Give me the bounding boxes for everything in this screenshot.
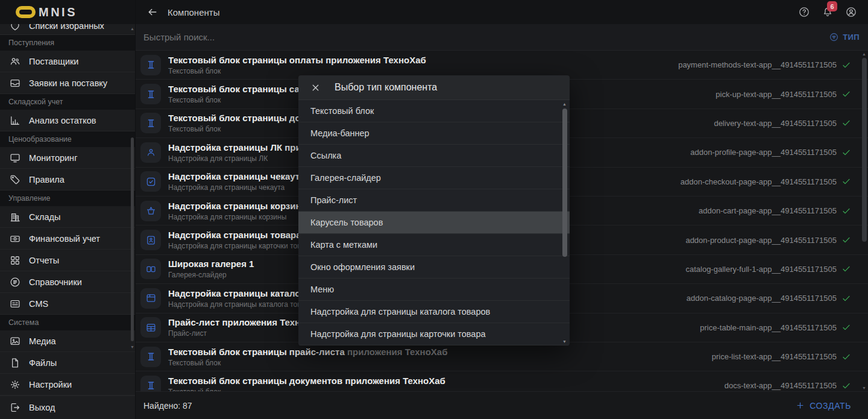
tag-icon (9, 174, 21, 186)
list-scrollbar-thumb[interactable] (862, 58, 867, 242)
modal-scrollbar-thumb[interactable] (562, 109, 567, 257)
component-row-meta: addon-checkout-page-app__4914551171505 (681, 177, 851, 186)
sidebar-item-label: Медиа (29, 336, 56, 346)
money-icon (9, 233, 21, 245)
modal-option[interactable]: Карусель товаров (298, 212, 570, 234)
sidebar-item-label: Правила (29, 175, 64, 184)
sidebar-item[interactable]: Финансовый учет (0, 228, 135, 250)
sidebar-item[interactable]: Отчеты (0, 250, 135, 271)
sidebar-item-label: Мониторинг (29, 153, 77, 163)
chart-icon (9, 115, 21, 127)
check-icon (841, 323, 851, 332)
close-icon[interactable] (310, 83, 321, 93)
check-icon (841, 177, 851, 186)
heart-icon (9, 24, 21, 32)
sidebar-item[interactable]: CMS (0, 293, 135, 315)
sidebar-item[interactable]: Мониторинг (0, 147, 135, 169)
modal-option[interactable]: Надстройка для страницы карточки товара (298, 323, 570, 345)
create-button-label: СОЗДАТЬ (810, 401, 851, 411)
component-row-meta: docs-text-app__4914551171505 (725, 381, 851, 391)
modal-option[interactable]: Прайс-лист (298, 189, 570, 212)
page-title: Компоненты (168, 7, 219, 17)
modal-option[interactable]: Текстовый блок (298, 100, 570, 122)
modal-scroll-down-icon[interactable]: ▼ (562, 339, 567, 344)
back-button[interactable] (146, 6, 159, 18)
component-row-icon-box (140, 376, 161, 391)
list-scroll-up-icon[interactable]: ▲ (862, 52, 866, 56)
cms-icon (9, 298, 21, 310)
sidebar-item[interactable]: Анализ остатков (0, 110, 135, 131)
component-row-code: addon-cart-page-app__4914551171505 (699, 206, 837, 215)
text-icon (145, 380, 157, 391)
sidebar-scroll-up-icon[interactable]: ▲ (130, 27, 134, 31)
sidebar-item[interactable]: Файлы (0, 352, 135, 374)
sidebar-item-label: Поставщики (29, 57, 78, 66)
check-icon (841, 206, 851, 216)
topbar: Компоненты 6 (136, 0, 868, 24)
app-root: MNIS Списки избранных ПоступленияПоставщ… (0, 0, 868, 419)
sidebar-item[interactable]: Заявки на поставку (0, 72, 135, 94)
component-row-code: price-list-text-app__4914551171505 (712, 352, 837, 361)
type-filter-button[interactable]: ТИП (829, 32, 860, 42)
component-row-icon-box (140, 171, 161, 192)
sidebar-item[interactable]: Правила (0, 169, 135, 191)
component-row-title: Текстовый блок страницы оплаты приложени… (168, 55, 671, 65)
sidebar-item-logout[interactable]: Выход (0, 395, 135, 419)
component-row-text: Текстовый блок страницы прайс-листа прил… (168, 347, 705, 367)
check-icon (841, 264, 851, 274)
modal-scroll-up-icon[interactable]: ▲ (562, 102, 567, 106)
sidebar-item[interactable]: Поставщики (0, 51, 135, 72)
table-icon (145, 322, 157, 333)
check-icon (841, 60, 851, 70)
logout-icon (9, 402, 21, 414)
component-row-meta: addon-product-page-app__4914551171505 (685, 235, 851, 245)
sidebar-scrollbar-thumb[interactable] (131, 137, 134, 341)
component-row-icon-box (140, 84, 161, 104)
users-icon (9, 55, 21, 68)
modal-option[interactable]: Галерея-слайдер (298, 167, 570, 189)
account-icon[interactable] (845, 6, 857, 18)
sidebar-scroll-down-icon[interactable]: ▼ (130, 345, 134, 349)
modal-option[interactable]: Меню (298, 279, 570, 301)
modal-option[interactable]: Надстройка для страницы каталога товаров (298, 301, 570, 323)
component-row-meta: price-list-text-app__4914551171505 (712, 352, 851, 362)
filter-icon (829, 32, 839, 42)
sidebar-item[interactable]: Медиа (0, 330, 135, 352)
sidebar-item[interactable]: Справочники (0, 271, 135, 293)
component-row-text: Текстовый блок страницы документов прило… (168, 376, 717, 391)
sidebar-item-favorites[interactable]: Списки избранных (0, 24, 135, 35)
footer-bar: Найдено: 87 СОЗДАТЬ (136, 391, 868, 419)
sidebar-item-label: Списки избранных (29, 24, 104, 31)
monitor-icon (9, 152, 21, 164)
list-scroll-down-icon[interactable]: ▼ (862, 386, 866, 390)
modal-option[interactable]: Окно оформления заявки (298, 256, 570, 279)
component-row[interactable]: Текстовый блок страницы прайс-листа прил… (136, 342, 868, 371)
check-icon (841, 294, 851, 303)
component-row-icon-box (140, 113, 161, 133)
sidebar-item-label: Выход (29, 403, 55, 412)
search-input[interactable] (143, 32, 829, 42)
component-row-code: delivery-text-app__4914551171505 (714, 119, 837, 128)
component-row-icon-box (140, 288, 161, 309)
sidebar-item-label: CMS (29, 299, 48, 309)
modal-option[interactable]: Карта с метками (298, 234, 570, 256)
sidebar-item[interactable]: Настройки (0, 374, 135, 395)
component-type-modal: Выбор тип компонента Текстовый блокМедиа… (298, 75, 570, 345)
sidebar-item-label: Склады (29, 212, 60, 222)
notifications-button[interactable]: 6 (822, 6, 834, 18)
sidebar-section-label: Управление (0, 191, 135, 206)
create-button[interactable]: СОЗДАТЬ (796, 401, 851, 411)
help-icon[interactable] (798, 6, 810, 18)
modal-option[interactable]: Ссылка (298, 145, 570, 167)
modal-option[interactable]: Медиа-баннер (298, 122, 570, 145)
component-row[interactable]: Текстовый блок страницы документов прило… (136, 371, 868, 391)
checkout-icon (145, 176, 157, 187)
sidebar-item-label: Отчеты (29, 256, 59, 265)
omnis-logo-text: MNIS (39, 5, 77, 19)
sidebar-item[interactable]: Склады (0, 206, 135, 228)
modal-options-list: Текстовый блокМедиа-баннерСсылкаГалерея-… (298, 99, 570, 345)
component-row-meta: catalog-gallery-full-1-app__491455117150… (685, 264, 851, 274)
sidebar-item-label: Анализ остатков (29, 116, 96, 125)
component-row-icon-box (140, 347, 161, 367)
gallery-icon (145, 263, 157, 275)
